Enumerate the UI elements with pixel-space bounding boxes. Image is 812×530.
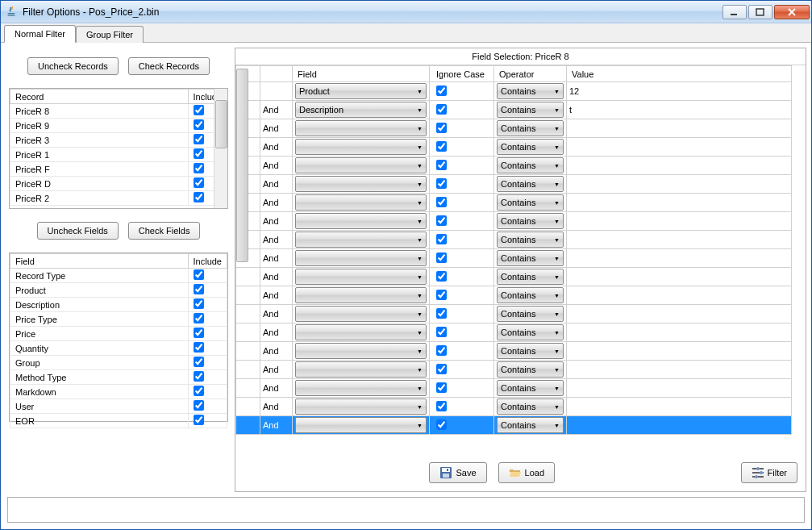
filter-row[interactable]: And Contains — [236, 379, 792, 398]
filter-ignorecase-checkbox[interactable] — [436, 419, 447, 430]
filter-ignorecase-checkbox[interactable] — [436, 141, 447, 152]
filter-ignorecase-checkbox[interactable] — [436, 382, 447, 393]
filter-value-cell[interactable] — [567, 138, 792, 156]
filter-field-combo[interactable] — [295, 287, 427, 303]
filter-row[interactable]: And Contains — [236, 249, 792, 268]
filter-andor-cell[interactable]: And — [260, 379, 293, 398]
field-include-checkbox[interactable] — [194, 400, 204, 411]
filter-field-combo[interactable] — [295, 361, 427, 378]
filter-operator-combo[interactable]: Contains — [497, 380, 564, 396]
filter-field-combo[interactable] — [295, 417, 427, 433]
filter-ignorecase-checkbox[interactable] — [436, 197, 447, 207]
filter-ignorecase-checkbox[interactable] — [436, 308, 447, 319]
filter-ignorecase-checkbox[interactable] — [436, 327, 447, 337]
filter-operator-combo[interactable]: Contains — [497, 232, 564, 248]
filter-field-combo[interactable]: Description — [295, 102, 427, 118]
filter-header-field[interactable]: Field — [293, 66, 430, 82]
record-include-checkbox[interactable] — [194, 192, 204, 202]
filter-value-cell[interactable] — [567, 379, 792, 398]
filter-operator-combo[interactable]: Contains — [497, 102, 564, 118]
field-row[interactable]: Record Type — [10, 269, 227, 283]
filter-value-cell[interactable] — [567, 416, 792, 435]
filter-field-combo[interactable]: Product — [295, 83, 427, 99]
filter-field-combo[interactable] — [295, 213, 427, 229]
tab-normal-filter[interactable]: Normal Filter — [4, 25, 76, 43]
filter-andor-cell[interactable]: And — [260, 101, 293, 119]
filter-field-combo[interactable] — [295, 232, 427, 248]
filter-field-combo[interactable] — [295, 250, 427, 266]
record-row[interactable]: PriceR 2 — [10, 191, 227, 206]
filter-andor-cell[interactable]: And — [260, 286, 293, 305]
filter-value-cell[interactable] — [567, 323, 792, 342]
minimize-button[interactable] — [722, 5, 747, 19]
filter-andor-cell[interactable]: And — [260, 119, 293, 138]
field-include-checkbox[interactable] — [194, 371, 204, 382]
filter-row[interactable]: And Contains — [236, 416, 792, 435]
field-include-checkbox[interactable] — [194, 298, 204, 309]
record-include-checkbox[interactable] — [194, 105, 204, 115]
filter-row[interactable]: And Contains — [236, 194, 792, 212]
filter-andor-cell[interactable]: And — [260, 416, 293, 435]
record-include-checkbox[interactable] — [194, 148, 204, 159]
filter-header-value[interactable]: Value — [567, 66, 792, 82]
filter-field-combo[interactable] — [295, 120, 427, 136]
filter-andor-cell[interactable]: And — [260, 212, 293, 231]
filter-value-cell[interactable] — [567, 268, 792, 286]
filter-operator-combo[interactable]: Contains — [497, 343, 564, 359]
filter-ignorecase-checkbox[interactable] — [436, 160, 447, 170]
filter-header-andor[interactable] — [260, 66, 293, 82]
field-row[interactable]: Markdown — [10, 385, 227, 399]
filter-ignorecase-checkbox[interactable] — [436, 290, 447, 300]
uncheck-records-button[interactable]: Uncheck Records — [27, 57, 119, 75]
filter-ignorecase-checkbox[interactable] — [436, 401, 447, 411]
filter-operator-combo[interactable]: Contains — [497, 399, 564, 415]
record-row[interactable]: PriceR 1 — [10, 148, 227, 162]
filter-andor-cell[interactable]: And — [260, 342, 293, 361]
filter-operator-combo[interactable]: Contains — [497, 194, 564, 211]
filter-andor-cell[interactable]: And — [260, 361, 293, 379]
filter-ignorecase-checkbox[interactable] — [436, 234, 447, 244]
filter-andor-cell[interactable]: And — [260, 323, 293, 342]
filter-value-cell[interactable] — [567, 119, 792, 138]
record-include-checkbox[interactable] — [194, 163, 204, 173]
filter-row[interactable]: And Contains — [236, 342, 792, 361]
fields-header-field[interactable]: Field — [10, 254, 189, 269]
filter-row[interactable]: And Contains — [236, 268, 792, 286]
filter-value-cell[interactable]: t — [567, 101, 792, 119]
fields-header-include[interactable]: Include — [188, 254, 227, 269]
filter-value-cell[interactable] — [567, 175, 792, 194]
field-include-checkbox[interactable] — [194, 328, 204, 338]
save-button[interactable]: Save — [429, 462, 486, 483]
filter-value-cell[interactable] — [567, 286, 792, 305]
field-row[interactable]: Group — [10, 356, 227, 370]
filter-row[interactable]: And Contains — [236, 323, 792, 342]
filter-value-cell[interactable] — [567, 342, 792, 361]
filter-operator-combo[interactable]: Contains — [497, 324, 564, 340]
filter-operator-combo[interactable]: Contains — [497, 120, 564, 136]
filter-field-combo[interactable] — [295, 306, 427, 322]
record-row[interactable]: PriceR 3 — [10, 133, 227, 148]
field-row[interactable]: Quantity — [10, 341, 227, 356]
record-include-checkbox[interactable] — [194, 134, 204, 144]
filter-row[interactable]: And Contains — [236, 398, 792, 416]
filter-operator-combo[interactable]: Contains — [497, 83, 564, 99]
filter-ignorecase-checkbox[interactable] — [436, 178, 447, 189]
filter-button[interactable]: Filter — [741, 462, 797, 483]
filter-operator-combo[interactable]: Contains — [497, 176, 564, 192]
filter-operator-combo[interactable]: Contains — [497, 361, 564, 378]
filter-andor-cell[interactable]: And — [260, 305, 293, 323]
filter-andor-cell[interactable] — [260, 82, 293, 101]
filter-ignorecase-checkbox[interactable] — [436, 215, 447, 226]
record-row[interactable]: PriceR 9 — [10, 119, 227, 133]
filter-value-cell[interactable] — [567, 194, 792, 212]
filter-row[interactable]: And Contains — [236, 138, 792, 156]
filter-andor-cell[interactable]: And — [260, 249, 293, 268]
filter-row[interactable]: And Contains — [236, 361, 792, 379]
filter-operator-combo[interactable]: Contains — [497, 213, 564, 229]
status-field[interactable] — [7, 497, 805, 523]
filter-row[interactable]: And Contains — [236, 175, 792, 194]
filter-value-cell[interactable] — [567, 249, 792, 268]
filter-ignorecase-checkbox[interactable] — [436, 271, 447, 282]
filter-operator-combo[interactable]: Contains — [497, 139, 564, 155]
filter-andor-cell[interactable]: And — [260, 138, 293, 156]
